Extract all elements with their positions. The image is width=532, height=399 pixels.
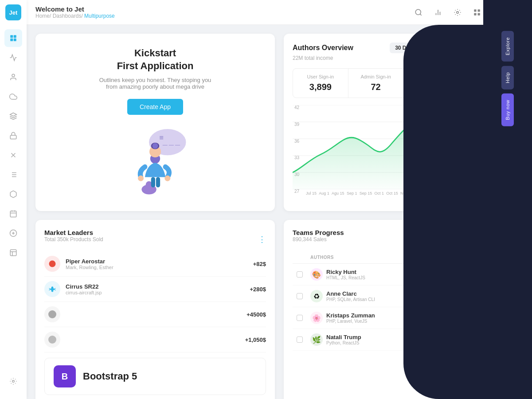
- sidebar-settings[interactable]: [4, 372, 22, 390]
- sidebar-item-close[interactable]: [4, 146, 22, 164]
- author-tags-3: PHP, Laravel, VueJS: [326, 319, 375, 324]
- svg-point-43: [153, 143, 158, 149]
- sidebar-item-panel[interactable]: [4, 244, 22, 262]
- market-item-piper: Piper Aerostar Mark, Rowling, Esther +82…: [44, 251, 266, 277]
- stat-user-signin-value: 3,899: [300, 82, 341, 92]
- author-avatar-3: 🌸: [310, 312, 323, 324]
- bootstrap-label: Bootstrap 5: [83, 371, 137, 382]
- svg-rect-58: [48, 310, 56, 318]
- settings-icon[interactable]: [450, 5, 465, 20]
- market-sub-piper: Mark, Rowling, Esther: [66, 265, 253, 270]
- teams-title-wrap: Teams Progress 890,344 Sales: [293, 229, 344, 250]
- svg-line-27: [420, 14, 421, 15]
- author-name-2: Anne Clarc: [326, 290, 375, 297]
- svg-rect-0: [10, 35, 13, 38]
- market-icon-cirrus: [44, 281, 60, 297]
- svg-rect-33: [478, 9, 480, 12]
- market-info-cirrus: Cirrus SR22 cirrus-aircraft.jsp: [66, 283, 250, 295]
- author-info-1: Ricky Hunt HTML, JS, ReactJS: [326, 269, 365, 280]
- author-name-3: Kristaps Zumman: [326, 312, 375, 319]
- page-title: Welcome to Jet: [35, 5, 115, 13]
- svg-point-44: [138, 176, 144, 181]
- svg-rect-34: [474, 13, 476, 15]
- author-tags-2: PHP, SQLite, Artisan CLI: [326, 297, 375, 302]
- svg-rect-6: [10, 135, 16, 139]
- topbar: Welcome to Jet Home/ Dashboards/ Multipu…: [27, 0, 532, 25]
- author-avatar-1: 🎨: [310, 268, 323, 281]
- app-logo[interactable]: Jet: [5, 4, 21, 20]
- help-button[interactable]: Help: [501, 66, 514, 90]
- market-name-cirrus: Cirrus SR22: [66, 283, 250, 290]
- buy-now-button[interactable]: Buy now: [501, 94, 514, 126]
- bootstrap-icon: B: [54, 365, 76, 387]
- svg-rect-49: [156, 177, 160, 188]
- sidebar-item-component[interactable]: [4, 224, 22, 242]
- author-info-4: Natali Trump Python, ReactJS: [326, 334, 361, 345]
- author-avatar-4: 🌿: [310, 333, 323, 346]
- market-info-piper: Piper Aerostar Mark, Rowling, Esther: [66, 258, 253, 270]
- sidebar-item-dashboard[interactable]: [4, 29, 22, 47]
- stat-user-signin-label: User Sign-in: [300, 74, 341, 79]
- market-value-piper: +82$: [253, 261, 266, 267]
- authors-title: Authors Overview: [293, 44, 353, 52]
- svg-rect-3: [14, 39, 16, 41]
- market-icon-3: [44, 306, 60, 322]
- col-check: [293, 255, 307, 260]
- row-check-2: [293, 293, 307, 299]
- svg-rect-48: [151, 177, 155, 188]
- market-item-cirrus: Cirrus SR22 cirrus-aircraft.jsp +280$: [44, 277, 266, 302]
- market-header: Market Leaders Total 350k Products Sold …: [44, 229, 266, 250]
- svg-rect-1: [14, 35, 16, 38]
- market-item-cessna: Cessna SF150 cessna-aircraft, class.jsp …: [44, 395, 266, 399]
- svg-marker-5: [10, 113, 17, 117]
- author-avatar-2: ♻: [310, 290, 323, 302]
- sidebar-item-analytics[interactable]: [4, 49, 22, 66]
- market-name-piper: Piper Aerostar: [66, 258, 253, 265]
- breadcrumb-current: Multipurpose: [84, 13, 115, 19]
- search-icon[interactable]: [411, 5, 426, 20]
- stat-user-signin: User Sign-in 3,899: [293, 69, 348, 98]
- author-tags-1: HTML, JS, ReactJS: [326, 275, 365, 280]
- svg-rect-2: [10, 39, 13, 41]
- market-value-4: +1,050$: [245, 336, 266, 343]
- market-item-3: +4500$: [44, 302, 266, 327]
- market-leaders-card: Market Leaders Total 350k Products Sold …: [35, 220, 275, 399]
- author-name-1: Ricky Hunt: [326, 269, 365, 275]
- svg-rect-15: [10, 211, 16, 217]
- market-icon-4: [44, 332, 60, 348]
- sidebar-item-box[interactable]: [4, 185, 22, 203]
- market-value-3: +4500$: [246, 311, 266, 318]
- market-more-icon[interactable]: ⋮: [258, 235, 266, 244]
- sidebar-item-lock[interactable]: [4, 127, 22, 145]
- svg-rect-35: [478, 13, 480, 15]
- sidebar-item-layers[interactable]: [4, 107, 22, 125]
- svg-rect-32: [474, 9, 476, 12]
- svg-point-26: [415, 9, 421, 15]
- kickstart-card: Kickstart First Application Outlines kee…: [35, 34, 275, 211]
- author-tags-4: Python, ReactJS: [326, 340, 361, 345]
- svg-rect-22: [10, 250, 16, 256]
- market-value-cirrus: +280$: [250, 286, 266, 293]
- author-info-2: Anne Clarc PHP, SQLite, Artisan CLI: [326, 290, 375, 302]
- svg-text:≡: ≡: [159, 133, 164, 142]
- teams-title: Teams Progress: [293, 229, 344, 236]
- breadcrumb: Home/ Dashboards/ Multipurpose: [35, 13, 115, 19]
- sidebar-item-users[interactable]: [4, 68, 22, 86]
- chart-icon[interactable]: [431, 5, 445, 20]
- topbar-left: Welcome to Jet Home/ Dashboards/ Multipu…: [35, 5, 115, 19]
- create-app-button[interactable]: Create App: [127, 99, 183, 115]
- row-check-3: [293, 315, 307, 321]
- svg-point-4: [12, 74, 15, 77]
- svg-point-45: [164, 176, 170, 181]
- market-item-4: +1,050$: [44, 327, 266, 352]
- stat-admin-signin: Admin Sign-in 72: [348, 69, 403, 98]
- svg-point-57: [49, 261, 56, 267]
- kickstart-title: Kickstart First Application: [117, 47, 194, 72]
- bootstrap-badge: B Bootstrap 5: [44, 358, 266, 395]
- explore-button[interactable]: Explore: [501, 31, 514, 62]
- sidebar-item-list[interactable]: [4, 166, 22, 184]
- grid-icon[interactable]: [470, 5, 484, 20]
- author-info-3: Kristaps Zumman PHP, Laravel, VueJS: [326, 312, 375, 324]
- sidebar-item-cloud[interactable]: [4, 88, 22, 106]
- sidebar-item-calendar[interactable]: [4, 205, 22, 223]
